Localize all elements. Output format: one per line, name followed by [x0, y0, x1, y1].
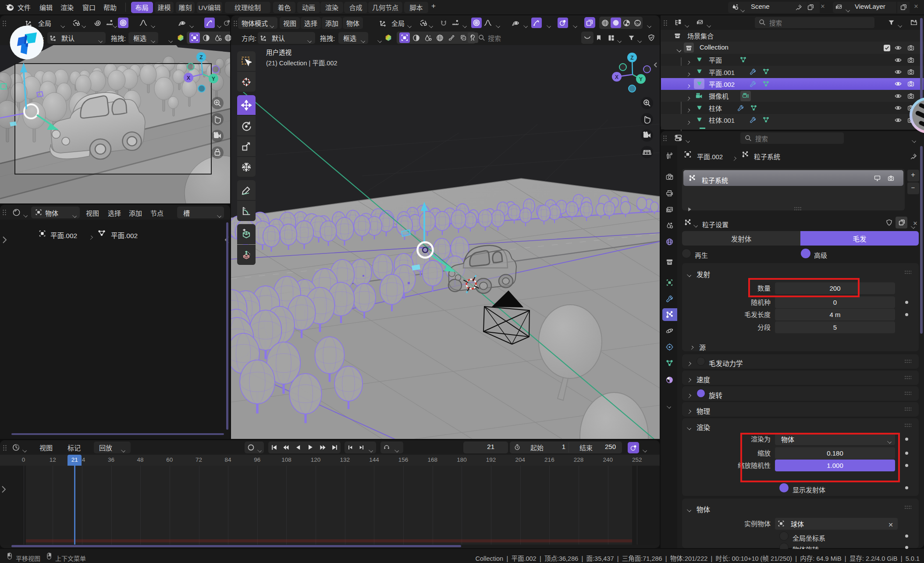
svg-text:X: X [615, 74, 618, 80]
svg-text:Z: Z [199, 54, 203, 61]
svg-text:X: X [187, 75, 190, 81]
svg-text:(21) Collection | 平面.002: (21) Collection | 平面.002 [266, 60, 338, 67]
svg-text:Y: Y [212, 76, 215, 82]
svg-text:Y: Y [639, 76, 643, 82]
svg-text:Z: Z [630, 55, 633, 61]
svg-text:用户透视: 用户透视 [266, 49, 291, 56]
